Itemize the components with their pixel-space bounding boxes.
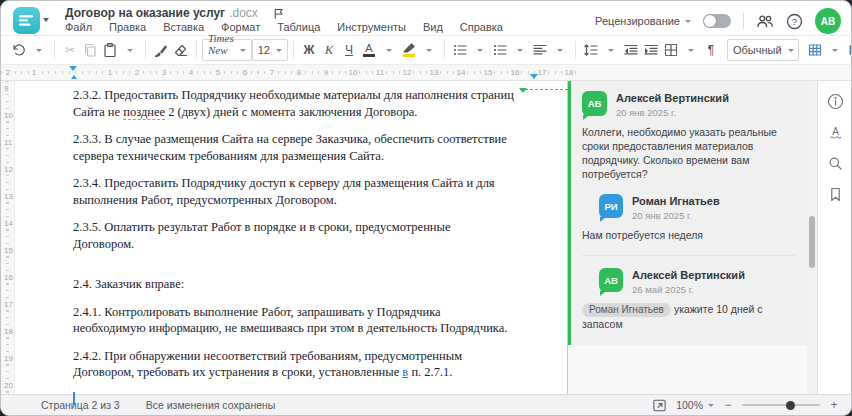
bullet-list-button[interactable]	[450, 38, 470, 62]
title-block: Договор на оказание услуг .docx ФайлПрав…	[65, 5, 503, 35]
hruler-number: 12	[402, 68, 413, 77]
paragraph-2-4-2[interactable]: 2.4.2. При обнаружении несоответствий тр…	[73, 348, 514, 381]
hruler-number: 1	[107, 68, 113, 77]
svg-text:А: А	[832, 125, 839, 136]
document-title: Договор на оказание услуг	[65, 6, 225, 20]
app-menu-button[interactable]	[13, 5, 49, 35]
italic-button[interactable]: К	[319, 38, 339, 62]
user-avatar[interactable]: АВ	[815, 8, 841, 34]
vertical-ruler[interactable]: 91011121314151617181920	[1, 81, 15, 394]
left-indent-marker[interactable]	[71, 75, 77, 79]
comment-author-name: Алексей Вертинский	[616, 91, 729, 105]
help-icon[interactable]: ?	[786, 13, 803, 30]
increase-indent-button[interactable]	[641, 38, 661, 62]
reply-text: Нам потребуется неделя	[582, 228, 795, 242]
insert-table-dropdown[interactable]	[825, 38, 845, 62]
bold-button[interactable]: Ж	[299, 38, 319, 62]
hruler-number: 2	[134, 68, 140, 77]
search-icon[interactable]	[823, 151, 847, 175]
clear-formatting-button[interactable]	[171, 38, 191, 62]
highlight-color-dropdown[interactable]	[419, 38, 439, 62]
hruler-number: 10	[348, 68, 359, 77]
font-color-button[interactable]: А	[359, 38, 379, 62]
paragraph-2-3-3[interactable]: 2.3.3. В случае размещения Сайта на серв…	[73, 131, 514, 164]
paragraph-borders-dropdown[interactable]	[681, 38, 701, 62]
right-sidebar: А	[817, 81, 852, 394]
paste-dropdown[interactable]	[120, 38, 140, 62]
comment-anchor-text[interactable]: позднее	[123, 105, 165, 120]
vruler-number: 20	[3, 381, 14, 390]
bookmark-icon[interactable]	[823, 182, 847, 206]
decrease-indent-button[interactable]	[621, 38, 641, 62]
reply-header: АВ Алексей Вертинский 26 май 2025 г.	[599, 268, 795, 295]
undo-button[interactable]	[9, 38, 29, 62]
format-painter-button[interactable]	[151, 38, 171, 62]
fit-width-button[interactable]	[652, 398, 667, 413]
bullet-list-dropdown[interactable]	[470, 38, 490, 62]
divider	[743, 13, 744, 29]
line-spacing-dropdown[interactable]	[601, 38, 621, 62]
vruler-number: 13	[3, 192, 14, 201]
paragraph-2-4-1[interactable]: 2.4.1. Контролировать выполнение Работ, …	[73, 304, 514, 337]
menu-item-Инструменты[interactable]: Инструменты	[337, 21, 406, 33]
font-name-select[interactable]: Times New ...	[202, 39, 252, 61]
reply-header: РИ Роман Игнатьев 20 янв 2025 г.	[599, 194, 795, 221]
comment-divider	[582, 255, 795, 256]
horizontal-ruler[interactable]: 21123456789101112131415161718	[1, 65, 851, 81]
font-color-dropdown[interactable]	[379, 38, 399, 62]
zoom-out-button[interactable]: −	[723, 398, 733, 412]
insert-image-button[interactable]	[845, 38, 852, 62]
paragraph-style-select[interactable]: Обычный	[727, 39, 799, 61]
menu-item-Файл[interactable]: Файл	[65, 21, 92, 33]
menu-item-Справка[interactable]: Справка	[460, 21, 503, 33]
font-size-select[interactable]: 12	[252, 39, 288, 61]
content-area: 91011121314151617181920 2.3.2. Предостав…	[1, 81, 851, 394]
scrollbar-track[interactable]	[807, 81, 817, 394]
paragraph-2-3-5[interactable]: 2.3.5. Оплатить результат Работ в порядк…	[73, 219, 514, 252]
document-page[interactable]: 2.3.2. Предоставить Подрядчику необходим…	[15, 81, 568, 394]
align-button[interactable]	[530, 38, 550, 62]
paragraph-2-3-2[interactable]: 2.3.2. Предоставить Подрядчику необходим…	[73, 87, 514, 120]
comment-date: 20 янв 2025 г.	[616, 107, 729, 118]
line-spacing-button[interactable]	[581, 38, 601, 62]
show-paragraph-marks-button[interactable]: ¶	[701, 38, 721, 62]
flag-icon[interactable]	[272, 7, 285, 20]
info-icon[interactable]	[823, 89, 847, 113]
user-mention[interactable]: Роман Игнатьев	[582, 303, 671, 317]
zoom-level-select[interactable]: 100%	[676, 399, 714, 411]
align-dropdown[interactable]	[550, 38, 570, 62]
zoom-in-button[interactable]: +	[829, 398, 839, 412]
underline-button[interactable]: Ч	[339, 38, 359, 62]
app-window: Договор на оказание услуг .docx ФайлПрав…	[0, 0, 852, 416]
copy-button[interactable]	[80, 38, 100, 62]
page-indicator[interactable]: Страница 2 из 3	[41, 399, 120, 411]
comment-thread[interactable]: АВ Алексей Вертинский 20 янв 2025 г. Кол…	[568, 81, 807, 345]
paragraph-borders-button[interactable]	[661, 38, 681, 62]
numbered-list-dropdown[interactable]	[510, 38, 530, 62]
numbered-list-button[interactable]	[490, 38, 510, 62]
undo-dropdown[interactable]	[29, 38, 49, 62]
spellcheck-icon[interactable]: А	[823, 120, 847, 144]
hruler-number: 18	[564, 68, 575, 77]
paste-button[interactable]	[100, 38, 120, 62]
zoom-slider[interactable]	[742, 404, 820, 406]
insert-table-button[interactable]	[805, 38, 825, 62]
menu-item-Вставка[interactable]: Вставка	[163, 21, 204, 33]
zoom-slider-knob[interactable]	[786, 401, 795, 410]
comment-header: АВ Алексей Вертинский 20 янв 2025 г.	[582, 91, 795, 118]
paragraph-2-3-4[interactable]: 2.3.4. Предоставить Подрядчику доступ к …	[73, 175, 514, 208]
review-toggle[interactable]	[703, 14, 731, 28]
menu-item-Правка[interactable]: Правка	[109, 21, 146, 33]
paragraph-2-4[interactable]: 2.4. Заказчик вправе:	[73, 276, 514, 293]
vruler-number: 15	[3, 246, 14, 255]
cut-button[interactable]: ✂	[60, 38, 80, 62]
vruler-number: 16	[3, 273, 14, 282]
collaboration-users-icon[interactable]	[756, 13, 774, 29]
review-mode-select[interactable]: Рецензирование	[595, 15, 691, 27]
scrollbar-thumb[interactable]	[809, 216, 815, 268]
menu-item-Вид[interactable]: Вид	[423, 21, 443, 33]
menu-item-Таблица[interactable]: Таблица	[277, 21, 320, 33]
right-indent-marker[interactable]	[530, 74, 538, 79]
first-line-indent-marker[interactable]	[69, 66, 77, 71]
highlight-color-button[interactable]	[399, 38, 419, 62]
